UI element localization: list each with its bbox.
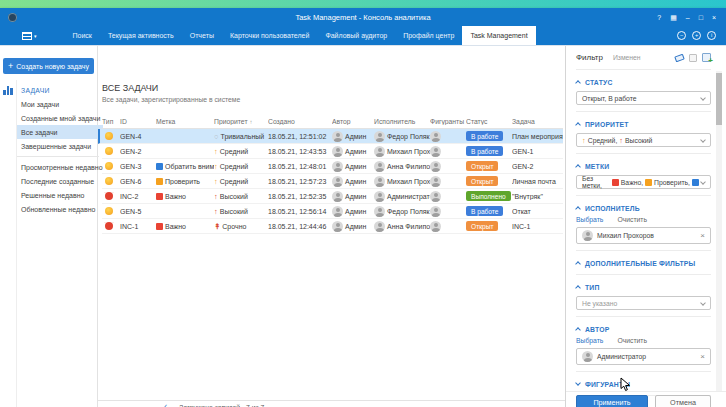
tab-current-activity[interactable]: Текущая активность — [100, 26, 182, 45]
tab-poisk[interactable]: Поиск — [65, 26, 100, 45]
author-name: Админ — [345, 178, 366, 185]
col-priority[interactable]: Приоритет ↑ — [214, 118, 268, 125]
create-task-button[interactable]: + Создать новую задачу — [3, 58, 94, 74]
assignee-chip-name: Михаил Прохоров — [597, 232, 654, 239]
section-figurants[interactable]: ФИГУРАНТЫ — [576, 379, 711, 389]
task-type-icon — [105, 207, 113, 215]
sidebar-item-recently-resolved[interactable]: Решенные недавно — [17, 188, 103, 202]
tab-file-auditor[interactable]: Файловый аудитор — [317, 26, 395, 45]
tab-user-cards[interactable]: Карточки пользователей — [222, 26, 317, 45]
tab-reports[interactable]: Отчеты — [182, 26, 222, 45]
cancel-button[interactable]: Отмена — [655, 395, 711, 407]
col-id[interactable]: ID — [120, 118, 156, 125]
add-circle-icon[interactable]: + — [692, 31, 701, 40]
task-id: GEN-6 — [120, 178, 156, 185]
col-figurants[interactable]: Фигуранты — [430, 118, 466, 125]
tag-label: Проверить — [165, 178, 200, 185]
assignee-name: Анна Филипович — [387, 163, 430, 170]
priority-dropdown[interactable]: ↑ Средний, ↑ Высокий — [576, 133, 711, 147]
task-name: План мероприятия — [512, 133, 563, 140]
divider — [576, 316, 711, 317]
info-icon[interactable]: i — [707, 31, 716, 40]
table-row[interactable]: GEN-2 ↑Средний 18.05.21, 12:43:53 Админ … — [102, 144, 563, 159]
type-dropdown-value: Не указано — [582, 300, 617, 307]
created-at: 18.05.21, 12:43:53 — [268, 148, 332, 155]
sidebar-item-completed[interactable]: Завершенные задачи — [17, 139, 103, 153]
collapse-ribbon-icon[interactable]: − — [677, 31, 686, 40]
status-dropdown[interactable]: Открыт, В работе — [576, 91, 711, 105]
save-filter-icon[interactable] — [702, 53, 711, 62]
section-priority[interactable]: ПРИОРИТЕТ — [576, 119, 711, 129]
collapse-sidebar-icon[interactable]: ‹ — [164, 402, 167, 407]
filter-title: Фильтр — [576, 53, 603, 62]
select-link[interactable]: Выбрать — [576, 337, 603, 344]
task-type-icon — [105, 222, 113, 230]
bar-chart-icon[interactable] — [3, 86, 13, 95]
chevron-down-icon — [700, 300, 706, 306]
section-author[interactable]: АВТОР — [576, 324, 711, 334]
sidebar-item-last-created[interactable]: Последние созданные — [17, 174, 103, 188]
priority-label: Высокий — [220, 208, 248, 215]
table-row[interactable]: GEN-4 ○Тривиальный 18.05.21, 12:51:02 Ад… — [98, 129, 563, 144]
clear-link[interactable]: Очистить — [617, 337, 647, 344]
table-row[interactable]: INC-1 Важно ↟Срочно 18.05.21, 12:44:46 А… — [102, 219, 563, 234]
chevron-icon — [575, 327, 581, 333]
filter-preset-icon[interactable] — [689, 54, 697, 62]
priority-value: Высокий — [625, 137, 652, 144]
assignee-name: Администратор — [387, 193, 430, 200]
col-assignee[interactable]: Исполнитель — [374, 118, 430, 125]
remove-icon[interactable]: × — [700, 352, 705, 361]
sidebar-item-all-tasks[interactable]: Все задачи — [17, 125, 103, 139]
section-status[interactable]: СТАТУС — [576, 77, 711, 87]
table-row[interactable]: INC-2 Важно ↑Высокий 18.05.21, 12:52:35 … — [102, 189, 563, 204]
task-type-icon — [105, 132, 113, 140]
col-status[interactable]: Статус — [466, 118, 512, 125]
tab-task-management[interactable]: Task Management — [462, 26, 535, 45]
assignee-name: Михаил Прохоров — [387, 148, 430, 155]
sidebar-item-recently-updated[interactable]: Обновленные недавно — [17, 202, 103, 216]
section-type[interactable]: ТИП — [576, 282, 711, 292]
table-row[interactable]: GEN-5 ↑Высокий 18.05.21, 12:56:14 Админ … — [102, 204, 563, 219]
section-tags[interactable]: МЕТКИ — [576, 161, 711, 171]
tags-dropdown[interactable]: Без метки, Важно, Проверить, — [576, 175, 711, 189]
col-task[interactable]: Задача — [512, 118, 563, 125]
section-assignee[interactable]: ИСПОЛНИТЕЛЬ — [576, 203, 711, 213]
section-additional-filters[interactable]: ДОПОЛНИТЕЛЬНЫЕ ФИЛЬТРЫ — [576, 258, 711, 268]
author-links: Выбрать Очистить — [576, 337, 711, 344]
sidebar-item-created-by-me[interactable]: Созданные мной задачи — [17, 111, 103, 125]
app-menu-button[interactable]: ▾ — [22, 26, 37, 45]
col-author[interactable]: Автор — [332, 118, 374, 125]
type-dropdown[interactable]: Не указано — [576, 296, 711, 310]
author-chip-name: Администратор — [597, 353, 646, 360]
divider — [576, 195, 711, 196]
tab-profile-center[interactable]: Профайл центр — [395, 26, 462, 45]
scrollbar[interactable] — [716, 71, 722, 391]
remove-icon[interactable]: × — [700, 231, 705, 240]
filter-state-label: Изменен — [613, 54, 641, 61]
col-created[interactable]: Создано — [268, 118, 332, 125]
col-tag[interactable]: Метка — [156, 118, 214, 125]
priority-icon: ↑ — [214, 147, 218, 156]
select-link[interactable]: Выбрать — [576, 216, 603, 223]
avatar — [332, 131, 343, 142]
list-footer: ‹ Загружено записей - 7 из 7 — [98, 400, 565, 407]
table-row[interactable]: GEN-3 Обратить внимание ↑Средний 18.05.2… — [102, 159, 563, 174]
avatar — [430, 191, 441, 202]
desktop: Task Management - Консоль аналитика ? ▦ … — [0, 0, 726, 407]
clear-filter-icon[interactable] — [674, 53, 685, 62]
tag-label: Важно — [165, 223, 186, 230]
priority-label: Средний — [220, 178, 248, 185]
avatar — [374, 146, 385, 157]
clear-link[interactable]: Очистить — [617, 216, 647, 223]
table-row[interactable]: GEN-6 Проверить ↑Средний 18.05.21, 12:57… — [102, 174, 563, 189]
sidebar-item-recently-viewed[interactable]: Просмотренные недавно — [17, 160, 103, 174]
section-label: СТАТУС — [585, 79, 613, 86]
divider — [17, 156, 99, 157]
task-name: "Внутряк" — [512, 193, 563, 200]
sidebar-item-my-tasks[interactable]: Мои задачи — [17, 97, 103, 111]
tabs: Поиск Текущая активность Отчеты Карточки… — [65, 26, 536, 45]
chevron-icon — [575, 285, 581, 291]
col-type[interactable]: Тип — [102, 118, 120, 125]
scrollbar-thumb[interactable] — [716, 73, 722, 125]
apply-button[interactable]: Применить — [576, 395, 648, 407]
